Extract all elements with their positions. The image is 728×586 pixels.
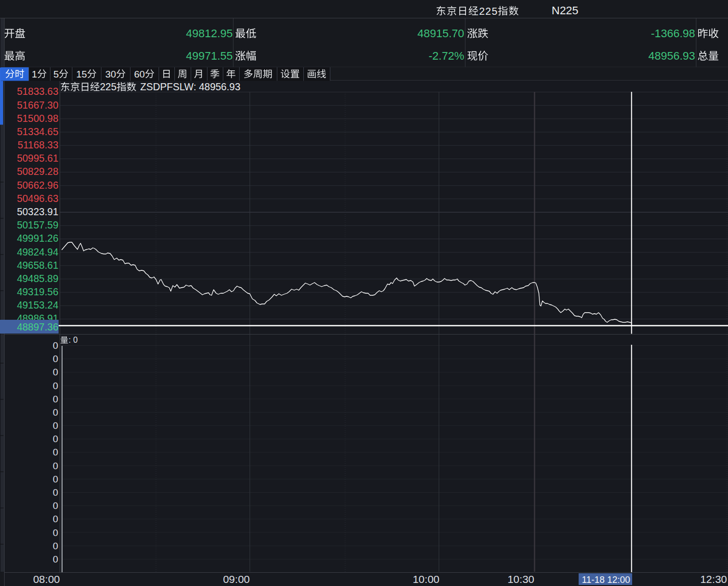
svg-text:49991.26: 49991.26 bbox=[17, 233, 58, 244]
svg-text:0: 0 bbox=[53, 527, 58, 538]
svg-text:48897.36: 48897.36 bbox=[17, 321, 58, 333]
svg-text:50496.63: 50496.63 bbox=[17, 193, 58, 204]
svg-text:0: 0 bbox=[53, 367, 58, 377]
svg-text:0: 0 bbox=[53, 394, 58, 404]
svg-text:48915.70: 48915.70 bbox=[418, 27, 464, 40]
svg-text:0: 0 bbox=[53, 554, 58, 565]
svg-text:ZSDPFSLW: 48956.93: ZSDPFSLW: 48956.93 bbox=[138, 81, 241, 92]
svg-text:49319.56: 49319.56 bbox=[17, 286, 58, 297]
svg-text:08:00: 08:00 bbox=[33, 573, 60, 585]
svg-text:51667.30: 51667.30 bbox=[17, 99, 58, 111]
svg-text:60: 60 bbox=[134, 69, 145, 80]
svg-text:51334.65: 51334.65 bbox=[17, 126, 58, 137]
svg-text:49824.94: 49824.94 bbox=[17, 246, 58, 258]
svg-text:225: 225 bbox=[479, 6, 498, 17]
svg-text:49658.61: 49658.61 bbox=[17, 260, 58, 271]
svg-text:51168.33: 51168.33 bbox=[18, 139, 59, 150]
svg-text:0: 0 bbox=[53, 380, 58, 391]
svg-text:0: 0 bbox=[53, 541, 58, 551]
svg-text:-2.72%: -2.72% bbox=[429, 49, 464, 62]
svg-text:10:00: 10:00 bbox=[412, 573, 439, 585]
svg-text:0: 0 bbox=[53, 420, 58, 431]
svg-text:49971.55: 49971.55 bbox=[186, 49, 233, 62]
svg-text:30: 30 bbox=[105, 69, 116, 80]
svg-text:-1366.98: -1366.98 bbox=[651, 27, 695, 40]
svg-text:0: 0 bbox=[53, 353, 58, 364]
svg-text:50323.91: 50323.91 bbox=[17, 206, 58, 217]
svg-text:50662.96: 50662.96 bbox=[17, 180, 58, 191]
svg-text:49812.95: 49812.95 bbox=[186, 27, 233, 40]
svg-text:0: 0 bbox=[53, 474, 58, 485]
svg-text:0: 0 bbox=[53, 461, 58, 471]
svg-text:48956.93: 48956.93 bbox=[648, 49, 695, 62]
svg-text:49153.24: 49153.24 bbox=[17, 299, 58, 311]
svg-text:12:30: 12:30 bbox=[700, 573, 727, 585]
svg-text:51500.98: 51500.98 bbox=[17, 113, 58, 124]
svg-text:50157.59: 50157.59 bbox=[17, 219, 58, 231]
svg-text:0: 0 bbox=[53, 447, 58, 457]
svg-text:0: 0 bbox=[53, 514, 58, 524]
svg-text:0: 0 bbox=[53, 487, 58, 498]
svg-text:0: 0 bbox=[53, 340, 58, 351]
svg-text:11-18 12:00: 11-18 12:00 bbox=[582, 575, 630, 585]
svg-text:0: 0 bbox=[53, 500, 58, 511]
svg-text:: 0: : 0 bbox=[69, 336, 78, 344]
svg-text:1: 1 bbox=[32, 69, 37, 80]
svg-text:49485.89: 49485.89 bbox=[17, 273, 58, 284]
svg-text:09:00: 09:00 bbox=[223, 573, 250, 585]
svg-text:15: 15 bbox=[76, 69, 87, 80]
svg-text:N225: N225 bbox=[552, 4, 579, 17]
svg-text:10:30: 10:30 bbox=[507, 573, 534, 585]
svg-text:225: 225 bbox=[100, 81, 117, 92]
svg-text:51833.63: 51833.63 bbox=[17, 86, 58, 97]
svg-text:50829.28: 50829.28 bbox=[17, 166, 58, 177]
svg-text:50995.61: 50995.61 bbox=[17, 152, 58, 164]
svg-text:0: 0 bbox=[53, 434, 58, 444]
svg-text:5: 5 bbox=[54, 69, 59, 80]
svg-text:0: 0 bbox=[53, 407, 58, 418]
